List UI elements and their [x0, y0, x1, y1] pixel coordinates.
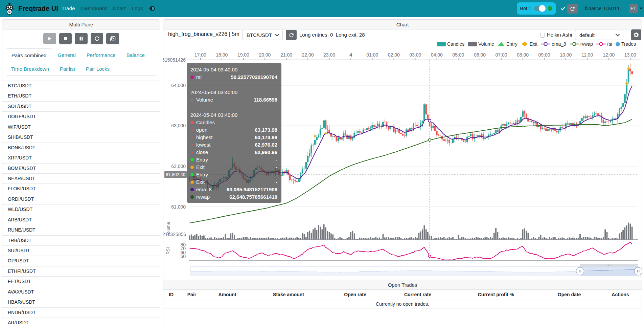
svg-text:63,000: 63,000 [171, 123, 186, 128]
svg-text:10:00: 10:00 [560, 52, 572, 58]
svg-text:08:00: 08:00 [517, 52, 529, 58]
svg-text:18:00: 18:00 [216, 52, 228, 58]
svg-text:Volume: Volume [166, 222, 171, 236]
svg-text:11:00: 11:00 [581, 52, 593, 58]
svg-text:61,000: 61,000 [171, 204, 186, 210]
svg-text:07:00: 07:00 [495, 52, 507, 58]
svg-text:05:00: 05:00 [452, 52, 464, 58]
svg-text:13:00: 13:00 [624, 52, 636, 58]
svg-text:21:00: 21:00 [280, 52, 292, 58]
svg-text:09:00: 09:00 [538, 52, 550, 58]
svg-text:22:00: 22:00 [302, 52, 314, 58]
svg-text:20:00: 20:00 [259, 52, 271, 58]
svg-text:01:00: 01:00 [366, 52, 378, 58]
svg-text:17:00: 17:00 [194, 52, 206, 58]
svg-text:12:00: 12:00 [603, 52, 615, 58]
svg-text:4: 4 [349, 52, 352, 58]
svg-text:62,000: 62,000 [171, 164, 186, 169]
svg-text:64,000: 64,000 [171, 83, 186, 88]
svg-text:RSI: RSI [165, 247, 170, 255]
svg-text:04:00: 04:00 [431, 52, 443, 58]
svg-text:515051426: 515051426 [163, 57, 186, 63]
svg-text:23:00: 23:00 [323, 52, 335, 58]
svg-text:50: 50 [180, 254, 186, 259]
svg-text:02:00: 02:00 [388, 52, 400, 58]
svg-text:03:00: 03:00 [409, 52, 421, 58]
svg-text:06:00: 06:00 [474, 52, 486, 58]
svg-text:19:00: 19:00 [237, 52, 249, 58]
